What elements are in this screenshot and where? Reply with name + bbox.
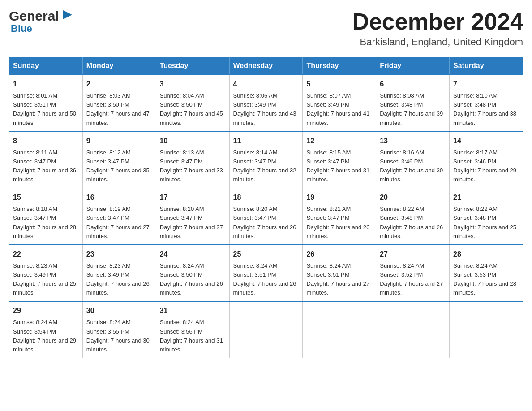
calendar-cell: 7 Sunrise: 8:10 AMSunset: 3:48 PMDayligh…: [450, 75, 523, 132]
day-number: 4: [233, 79, 299, 90]
day-number: 8: [13, 136, 79, 146]
day-info: Sunrise: 8:21 AMSunset: 3:47 PMDaylight:…: [306, 206, 369, 239]
calendar-cell: 9 Sunrise: 8:12 AMSunset: 3:47 PMDayligh…: [82, 132, 156, 188]
calendar-cell: 15 Sunrise: 8:18 AMSunset: 3:47 PMDaylig…: [9, 188, 83, 245]
day-info: Sunrise: 8:16 AMSunset: 3:46 PMDaylight:…: [380, 149, 443, 183]
day-number: 27: [380, 249, 446, 260]
calendar-cell: 26 Sunrise: 8:24 AMSunset: 3:51 PMDaylig…: [303, 245, 376, 302]
calendar-cell: 27 Sunrise: 8:24 AMSunset: 3:52 PMDaylig…: [376, 245, 450, 302]
day-info: Sunrise: 8:15 AMSunset: 3:47 PMDaylight:…: [306, 149, 369, 183]
title-section: December 2024 Barkisland, England, Unite…: [352, 9, 523, 48]
calendar-cell: 14 Sunrise: 8:17 AMSunset: 3:46 PMDaylig…: [450, 132, 523, 188]
calendar-cell: 6 Sunrise: 8:08 AMSunset: 3:48 PMDayligh…: [376, 75, 450, 132]
calendar-cell: 30 Sunrise: 8:24 AMSunset: 3:55 PMDaylig…: [82, 301, 156, 358]
calendar-cell: 16 Sunrise: 8:19 AMSunset: 3:47 PMDaylig…: [82, 188, 156, 245]
day-number: 11: [233, 136, 299, 146]
day-number: 31: [160, 305, 226, 316]
day-number: 3: [160, 79, 226, 90]
day-number: 9: [86, 136, 152, 146]
month-title: December 2024: [352, 9, 523, 34]
day-number: 5: [306, 79, 372, 90]
day-number: 2: [86, 79, 152, 90]
day-info: Sunrise: 8:23 AMSunset: 3:49 PMDaylight:…: [13, 262, 76, 296]
day-info: Sunrise: 8:03 AMSunset: 3:50 PMDaylight:…: [86, 92, 150, 126]
day-number: 16: [86, 192, 152, 203]
day-number: 30: [86, 305, 152, 316]
calendar-week-1: 1 Sunrise: 8:01 AMSunset: 3:51 PMDayligh…: [9, 75, 523, 132]
day-info: Sunrise: 8:23 AMSunset: 3:49 PMDaylight:…: [86, 262, 150, 296]
day-info: Sunrise: 8:13 AMSunset: 3:47 PMDaylight:…: [160, 149, 223, 183]
day-number: 13: [380, 136, 446, 146]
calendar-cell: 2 Sunrise: 8:03 AMSunset: 3:50 PMDayligh…: [82, 75, 156, 132]
day-info: Sunrise: 8:24 AMSunset: 3:54 PMDaylight:…: [13, 319, 76, 352]
day-number: 15: [13, 192, 79, 203]
day-info: Sunrise: 8:19 AMSunset: 3:47 PMDaylight:…: [86, 206, 150, 239]
day-info: Sunrise: 8:14 AMSunset: 3:47 PMDaylight:…: [233, 149, 296, 183]
day-info: Sunrise: 8:04 AMSunset: 3:50 PMDaylight:…: [160, 92, 223, 126]
calendar-cell: 4 Sunrise: 8:06 AMSunset: 3:49 PMDayligh…: [229, 75, 303, 132]
day-number: 25: [233, 249, 299, 260]
day-number: 26: [306, 249, 372, 260]
day-number: 7: [453, 79, 519, 90]
day-number: 24: [160, 249, 226, 260]
calendar-cell: 13 Sunrise: 8:16 AMSunset: 3:46 PMDaylig…: [376, 132, 450, 188]
calendar-cell: 25 Sunrise: 8:24 AMSunset: 3:51 PMDaylig…: [229, 245, 303, 302]
calendar-cell: [376, 301, 450, 358]
day-info: Sunrise: 8:24 AMSunset: 3:50 PMDaylight:…: [160, 262, 223, 296]
calendar-cell: 5 Sunrise: 8:07 AMSunset: 3:49 PMDayligh…: [303, 75, 376, 132]
logo: General Blue: [9, 9, 74, 34]
calendar-cell: 17 Sunrise: 8:20 AMSunset: 3:47 PMDaylig…: [156, 188, 229, 245]
day-number: 6: [380, 79, 446, 90]
col-monday: Monday: [82, 57, 156, 75]
calendar-week-3: 15 Sunrise: 8:18 AMSunset: 3:47 PMDaylig…: [9, 188, 523, 245]
logo-general-text: General: [9, 9, 59, 23]
day-number: 12: [306, 136, 372, 146]
day-number: 29: [13, 305, 79, 316]
day-info: Sunrise: 8:22 AMSunset: 3:48 PMDaylight:…: [380, 206, 443, 239]
calendar-week-2: 8 Sunrise: 8:11 AMSunset: 3:47 PMDayligh…: [9, 132, 523, 188]
calendar-cell: 29 Sunrise: 8:24 AMSunset: 3:54 PMDaylig…: [9, 301, 83, 358]
calendar-cell: 23 Sunrise: 8:23 AMSunset: 3:49 PMDaylig…: [82, 245, 156, 302]
calendar-cell: 18 Sunrise: 8:20 AMSunset: 3:47 PMDaylig…: [229, 188, 303, 245]
calendar-cell: 11 Sunrise: 8:14 AMSunset: 3:47 PMDaylig…: [229, 132, 303, 188]
day-info: Sunrise: 8:11 AMSunset: 3:47 PMDaylight:…: [13, 149, 76, 183]
day-info: Sunrise: 8:07 AMSunset: 3:49 PMDaylight:…: [306, 92, 369, 126]
day-number: 22: [13, 249, 79, 260]
col-wednesday: Wednesday: [229, 57, 303, 75]
calendar-cell: 8 Sunrise: 8:11 AMSunset: 3:47 PMDayligh…: [9, 132, 83, 188]
logo-blue-text: Blue: [11, 23, 74, 34]
day-info: Sunrise: 8:24 AMSunset: 3:51 PMDaylight:…: [233, 262, 296, 296]
col-thursday: Thursday: [303, 57, 376, 75]
day-info: Sunrise: 8:18 AMSunset: 3:47 PMDaylight:…: [13, 206, 76, 239]
page-header: General Blue December 2024 Barkisland, E…: [9, 9, 523, 48]
day-info: Sunrise: 8:01 AMSunset: 3:51 PMDaylight:…: [13, 92, 76, 126]
col-tuesday: Tuesday: [156, 57, 229, 75]
calendar-header-row: Sunday Monday Tuesday Wednesday Thursday…: [9, 57, 523, 75]
day-info: Sunrise: 8:12 AMSunset: 3:47 PMDaylight:…: [86, 149, 150, 183]
day-number: 18: [233, 192, 299, 203]
day-number: 23: [86, 249, 152, 260]
day-number: 1: [13, 79, 79, 90]
calendar-cell: 31 Sunrise: 8:24 AMSunset: 3:56 PMDaylig…: [156, 301, 229, 358]
calendar-cell: 28 Sunrise: 8:24 AMSunset: 3:53 PMDaylig…: [450, 245, 523, 302]
calendar-cell: 12 Sunrise: 8:15 AMSunset: 3:47 PMDaylig…: [303, 132, 376, 188]
col-sunday: Sunday: [9, 57, 83, 75]
day-number: 19: [306, 192, 372, 203]
calendar-cell: 20 Sunrise: 8:22 AMSunset: 3:48 PMDaylig…: [376, 188, 450, 245]
calendar-cell: 10 Sunrise: 8:13 AMSunset: 3:47 PMDaylig…: [156, 132, 229, 188]
day-number: 10: [160, 136, 226, 146]
calendar-week-5: 29 Sunrise: 8:24 AMSunset: 3:54 PMDaylig…: [9, 301, 523, 358]
day-info: Sunrise: 8:20 AMSunset: 3:47 PMDaylight:…: [160, 206, 223, 239]
col-saturday: Saturday: [450, 57, 523, 75]
day-info: Sunrise: 8:22 AMSunset: 3:48 PMDaylight:…: [453, 206, 516, 239]
day-number: 20: [380, 192, 446, 203]
day-info: Sunrise: 8:24 AMSunset: 3:55 PMDaylight:…: [86, 319, 150, 352]
day-number: 21: [453, 192, 519, 203]
col-friday: Friday: [376, 57, 450, 75]
calendar-cell: 22 Sunrise: 8:23 AMSunset: 3:49 PMDaylig…: [9, 245, 83, 302]
svg-marker-0: [63, 10, 72, 19]
location-text: Barkisland, England, United Kingdom: [352, 36, 523, 48]
day-info: Sunrise: 8:24 AMSunset: 3:51 PMDaylight:…: [306, 262, 369, 296]
day-info: Sunrise: 8:24 AMSunset: 3:53 PMDaylight:…: [453, 262, 516, 296]
calendar-cell: [450, 301, 523, 358]
